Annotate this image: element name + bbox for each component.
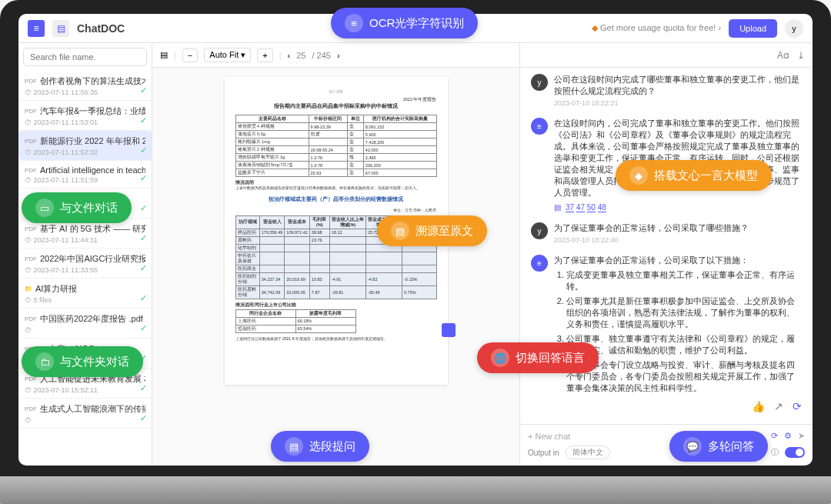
stick-to-file-toggle[interactable] — [785, 447, 805, 458]
page-next-button[interactable]: › — [337, 51, 340, 60]
pdf-icon: PDF — [25, 138, 37, 145]
folder-icon: 🗀 — [35, 352, 54, 371]
pdf-table-3: 同行业企业名称披露年度毛利率上海医药66.18%恒瑞医药65.54% — [235, 309, 356, 333]
callout-ocr: ≡OCR光学字符识别 — [331, 8, 478, 38]
callout-lang: 🌐切换回答语言 — [477, 342, 599, 373]
app-name: ChatDOC — [77, 22, 125, 35]
citation-page[interactable]: 50 — [587, 203, 596, 212]
selection-icon: ▤ — [285, 437, 303, 456]
send-button[interactable]: ➤ — [798, 431, 805, 441]
font-button[interactable]: Aɑ — [777, 50, 789, 61]
check-icon: ✓ — [140, 263, 147, 273]
document-pane: ▤ | − Auto Fit ▾ + | ‹ 25 / 245 › 24 / 2… — [152, 43, 520, 466]
check-icon: ✓ — [140, 293, 147, 303]
chat-input-box: + New chat ⟳ ⚙ ➤ Output in 简体中文 Stick to… — [520, 424, 813, 466]
app-logo-secondary-icon: ▤ — [52, 20, 69, 37]
check-icon: ✓ — [140, 233, 147, 243]
callout-select-ask: ▤选段提问 — [271, 431, 369, 462]
file-item[interactable]: 📁AI算力研报⏱ 5 files✓ — [18, 279, 152, 309]
selection-badge-icon[interactable] — [442, 323, 456, 337]
callout-model: ◆搭载文心一言大模型 — [616, 160, 772, 191]
check-icon: ✓ — [140, 145, 147, 155]
globe-icon: 🌐 — [491, 349, 509, 367]
file-item[interactable]: PDF2022年中国AIGC行业研究报…⏱ 2023-07-11 11:33:5… — [18, 249, 152, 279]
chat-bot-answer-intro: 为了保证董事会的正常运转，公司采取了以下措施： — [554, 255, 802, 266]
sidebar: PDF创作者视角下的算法生成技术…⏱ 2023-07-11 11:56:35✓P… — [18, 43, 152, 466]
callout-folder-chat: 🗀与文件夹对话 — [22, 346, 143, 377]
page-current: 25 — [296, 51, 305, 60]
doc-toolbar: ▤ | − Auto Fit ▾ + | ‹ 25 / 245 › — [152, 43, 519, 68]
check-icon: ✓ — [140, 383, 147, 393]
page-total: / 245 — [312, 51, 330, 60]
ocr-icon: ≡ — [345, 14, 363, 32]
citation-page[interactable]: 47 — [576, 203, 585, 212]
upload-button[interactable]: Upload — [729, 19, 777, 38]
refresh-button[interactable]: ⟳ — [793, 400, 802, 412]
pdf-icon: PDF — [25, 225, 37, 232]
check-icon: ✓ — [140, 85, 147, 95]
pdf-icon: 📁 — [25, 285, 32, 292]
doc-view-icon[interactable]: ▤ — [160, 50, 168, 60]
check-icon: ✓ — [140, 413, 147, 423]
like-button[interactable]: 👍 — [752, 400, 765, 412]
page-prev-button[interactable]: ‹ — [288, 51, 291, 60]
citation-row: ▤ 37 47 50 48 — [554, 203, 802, 212]
file-item[interactable]: PDFArtificial intelligence in teach…⏱ 20… — [18, 161, 152, 189]
citation-page[interactable]: 37 — [566, 203, 574, 212]
zoom-in-button[interactable]: + — [257, 48, 272, 62]
pdf-icon: PDF — [25, 255, 37, 262]
file-icon: ▭ — [35, 199, 54, 217]
chat-pane: Aɑ ⤓ y 公司在这段时间内完成了哪些董事和独立董事的变更工作，他们是按照什么… — [520, 43, 813, 466]
info-icon[interactable]: ⓘ — [771, 447, 779, 458]
citation-icon: ▤ — [554, 203, 561, 212]
file-item[interactable]: PDF汽车年报&一季报总结：业绩…⏱ 2023-07-11 11:53:01✓ — [18, 101, 152, 131]
new-chat-button[interactable]: + New chat — [528, 432, 570, 441]
user-avatar[interactable]: y — [785, 19, 803, 38]
check-icon: ✓ — [140, 173, 147, 183]
pdf-icon: PDF — [25, 78, 37, 85]
quota-link[interactable]: ◆ Get more usage quota for free! › — [592, 23, 721, 33]
pdf-table-1: 主要药品名称中标价格区间单位医疗机构的合计实际采购量肾骨胶囊 4 种规格9.98… — [235, 115, 437, 177]
model-icon: ◆ — [629, 166, 648, 185]
output-in-label: Output in — [528, 449, 559, 457]
search-input[interactable] — [23, 48, 147, 66]
share-button[interactable]: ↗ — [774, 400, 783, 412]
zoom-out-button[interactable]: − — [182, 48, 198, 62]
check-icon: ✓ — [140, 323, 147, 333]
file-item[interactable]: PDF新能源行业 2022 年年报和 20…⏱ 2023-07-11 11:52… — [18, 131, 152, 161]
chat-toolbar: Aɑ ⤓ — [520, 43, 813, 68]
app-logo-icon: ≡ — [28, 20, 45, 37]
file-item[interactable]: PDF创作者视角下的算法生成技术…⏱ 2023-07-11 11:56:35✓ — [18, 71, 152, 101]
chat-user-question: 公司在这段时间内完成了哪些董事和独立董事的变更工作，他们是按照什么规定流程完成的… — [554, 74, 802, 97]
citation-page[interactable]: 48 — [598, 203, 606, 212]
callout-multiturn: 💬多轮问答 — [669, 431, 768, 462]
pdf-icon: PDF — [25, 315, 37, 322]
file-item[interactable]: PDF中国医药2022年度报告 .pdf⏱ ✓ — [18, 309, 152, 339]
zoom-select[interactable]: Auto Fit ▾ — [204, 48, 251, 62]
chat-user-question: 为了保证董事会的正常运转，公司采取了哪些措施？ — [554, 222, 802, 234]
pdf-icon: PDF — [25, 406, 37, 412]
chat-bot-answer-list: 完成变更董事及独立董事相关工作，保证董事会正常、有序运转。公司董事尤其是新任董事… — [554, 269, 802, 394]
source-icon: ▤ — [391, 222, 409, 240]
chat-timestamp: 2023-07-10 18:22:21 — [554, 99, 802, 107]
callout-source: ▤溯源至原文 — [377, 215, 487, 246]
output-language-select[interactable]: 简体中文 — [566, 446, 610, 459]
download-chat-button[interactable]: ⤓ — [797, 50, 805, 61]
chat-timestamp: 2023-07-10 18:22:40 — [554, 236, 802, 244]
user-avatar-icon: y — [531, 74, 548, 91]
user-avatar-icon: y — [531, 222, 548, 239]
bot-avatar-icon: ≡ — [531, 255, 548, 272]
chat-icon: 💬 — [683, 437, 702, 456]
pdf-icon: PDF — [25, 167, 37, 174]
file-item[interactable]: PDF生成式人工智能浪潮下的传播…⏱ ✓ — [18, 399, 152, 429]
bot-avatar-icon: ≡ — [531, 118, 548, 135]
check-icon: ✓ — [140, 115, 147, 125]
file-list: PDF创作者视角下的算法生成技术…⏱ 2023-07-11 11:56:35✓P… — [18, 71, 152, 466]
pdf-icon: PDF — [25, 108, 37, 115]
refresh-icon[interactable]: ⟳ — [771, 431, 778, 441]
check-icon: ✓ — [140, 203, 147, 213]
callout-file-chat: ▭与文件对话 — [22, 192, 132, 223]
settings-icon[interactable]: ⚙ — [784, 431, 792, 441]
